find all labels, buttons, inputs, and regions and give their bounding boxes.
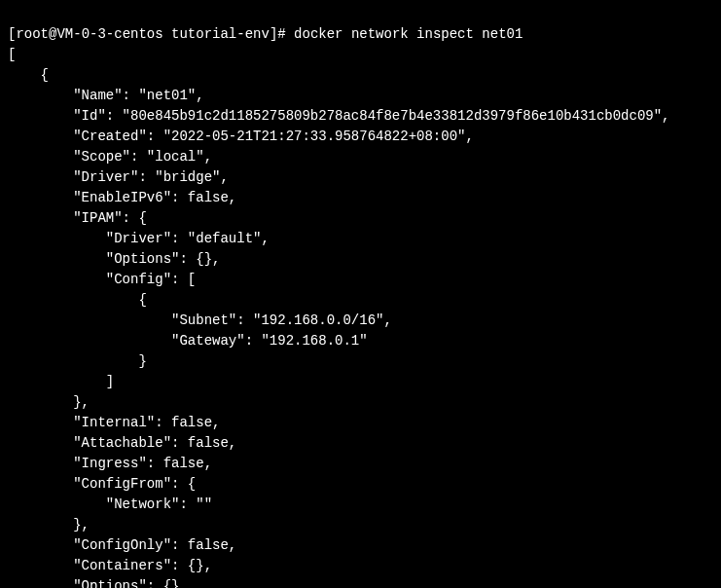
json-ipam-config-brace-close: } [8, 353, 147, 369]
json-ipam-open: "IPAM": { [8, 210, 147, 226]
json-ipam-subnet: "Subnet": "192.168.0.0/16", [8, 312, 392, 328]
prompt-line: [root@VM-0-3-centos tutorial-env]# docke… [8, 26, 523, 42]
json-name: "Name": "net01", [8, 88, 204, 103]
prompt-user: root [16, 26, 49, 42]
json-ipam-config-brace-open: { [8, 292, 147, 308]
json-open-brace: { [8, 67, 49, 83]
json-configfrom-network: "Network": "" [8, 496, 212, 512]
json-ingress: "Ingress": false, [8, 456, 212, 471]
json-created: "Created": "2022-05-21T21:27:33.95876482… [8, 129, 474, 144]
json-driver: "Driver": "bridge", [8, 169, 229, 185]
json-ipam-close: }, [8, 394, 90, 410]
json-options: "Options": {}, [8, 578, 188, 588]
json-open-bracket: [ [8, 47, 16, 62]
json-scope: "Scope": "local", [8, 149, 212, 165]
json-ipam-config-open: "Config": [ [8, 272, 196, 287]
command-text: docker network inspect net01 [294, 26, 523, 42]
json-configonly: "ConfigOnly": false, [8, 537, 236, 553]
json-attachable: "Attachable": false, [8, 435, 236, 451]
prompt-symbol: # [277, 26, 285, 42]
json-enableipv6: "EnableIPv6": false, [8, 190, 236, 205]
json-ipam-config-close: ] [8, 374, 114, 389]
json-ipam-options: "Options": {}, [8, 251, 220, 267]
prompt-host: VM-0-3-centos [56, 26, 162, 42]
json-ipam-driver: "Driver": "default", [8, 231, 270, 246]
prompt-dir: tutorial-env [171, 26, 270, 42]
json-internal: "Internal": false, [8, 415, 220, 430]
json-id: "Id": "80e845b91c2d1185275809b278ac84f8e… [8, 108, 670, 124]
json-containers: "Containers": {}, [8, 558, 212, 573]
json-ipam-gateway: "Gateway": "192.168.0.1" [8, 333, 368, 349]
terminal-output[interactable]: [root@VM-0-3-centos tutorial-env]# docke… [8, 4, 713, 588]
json-configfrom-open: "ConfigFrom": { [8, 476, 196, 492]
json-configfrom-close: }, [8, 517, 90, 533]
